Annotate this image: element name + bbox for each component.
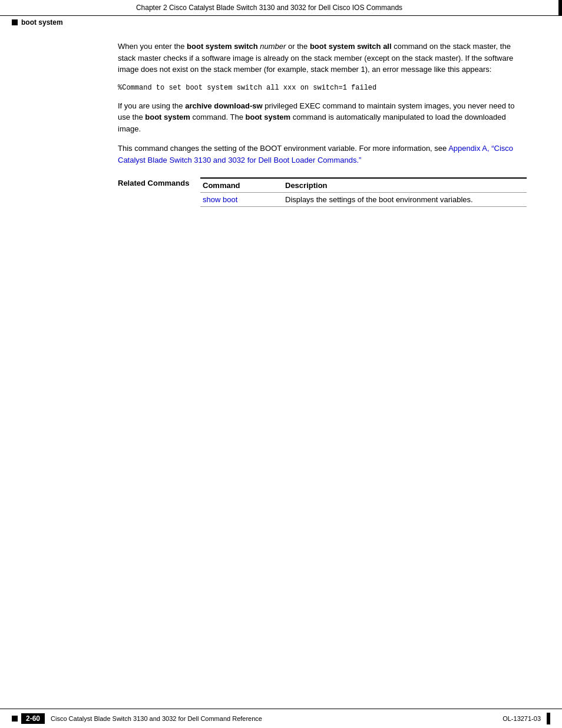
paragraph-3: This command changes the setting of the … [118,143,527,166]
footer-right-border [547,713,550,724]
related-commands-label: Related Commands [118,177,200,187]
para2-between2: command. The [190,113,246,121]
table-cell-description: Displays the settings of the boot enviro… [283,193,527,207]
para1-bold2: boot system switch all [310,42,392,51]
header-right-border [558,0,562,15]
para1-bold1: boot system switch [187,42,258,51]
para2-bold2: boot system [145,113,190,121]
footer-right: OL-13271-03 [503,713,550,724]
chapter-title: Chapter 2 Cisco Catalyst Blade Switch 31… [12,4,527,12]
footer-left: 2-60 Cisco Catalyst Blade Switch 3130 an… [12,713,262,724]
related-commands-section: Related Commands Command Description sho… [118,177,527,207]
breadcrumb-icon [12,19,18,25]
para2-bold3: boot system [246,113,291,121]
col-header-description: Description [283,178,527,193]
code-block: %Command to set boot system switch all x… [118,84,527,92]
main-content: When you enter the boot system switch nu… [0,29,562,219]
footer-icon [12,716,18,722]
para1-before-bold1: When you enter the [118,42,187,51]
para2-before: If you are using the [118,101,185,110]
col-header-command: Command [200,178,283,193]
commands-table: Command Description show boot Displays t… [200,177,527,207]
para3-before: This command changes the setting of the … [118,144,448,153]
commands-table-wrapper: Command Description show boot Displays t… [200,177,527,207]
paragraph-2: If you are using the archive download-sw… [118,100,527,135]
page-footer: 2-60 Cisco Catalyst Blade Switch 3130 an… [0,709,562,728]
para1-italic1: number [258,42,286,51]
para1-between: or the [286,42,309,51]
paragraph-1: When you enter the boot system switch nu… [118,41,527,75]
page-number: 2-60 [21,713,45,724]
page-header: Chapter 2 Cisco Catalyst Blade Switch 31… [0,0,562,16]
footer-doc-number: OL-13271-03 [503,715,541,722]
footer-center-text: Cisco Catalyst Blade Switch 3130 and 303… [51,715,262,722]
para2-bold1: archive download-sw [185,101,262,110]
breadcrumb-text: boot system [21,18,63,27]
show-boot-link[interactable]: show boot [203,195,237,204]
breadcrumb: boot system [0,16,562,29]
table-row: show boot Displays the settings of the b… [200,193,527,207]
table-cell-command: show boot [200,193,283,207]
